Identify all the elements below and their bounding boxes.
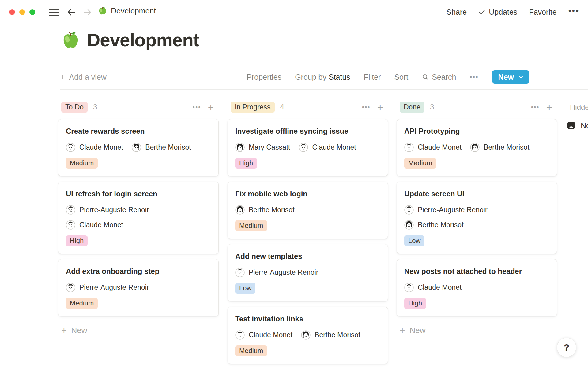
plus-icon: + [400,326,405,335]
back-arrow-icon[interactable] [66,7,77,17]
updates-button[interactable]: Updates [478,8,517,17]
priority-badge: High [235,158,257,169]
card[interactable]: Investigate offline syncing issue Mary C… [228,119,388,176]
plus-icon: + [60,72,66,82]
assignee-name: Claude Monet [312,143,356,151]
inbox-icon [566,120,576,131]
add-card-button[interactable]: + New [397,326,557,335]
avatar-berthe-morisot [404,220,414,230]
card-title: Add new templates [235,251,380,262]
avatar-claude-monet [299,143,308,152]
hidden-group-label: No Status [581,121,588,130]
add-view-button[interactable]: + Add a view [60,72,107,82]
toolbar-divider [60,89,588,90]
column-count: 3 [430,103,434,111]
card[interactable]: API Prototyping Claude Monet Berthe Mori… [397,119,557,176]
assignee: Berthe Morisot [132,143,191,152]
card-title: API Prototyping [404,126,549,136]
zoom-window-button[interactable] [29,9,35,15]
card[interactable]: Fix mobile web login Berthe Morisot Medi… [228,182,388,239]
assignee-name: Claude Monet [79,143,123,151]
assignee-name: Claude Monet [418,283,462,292]
properties-button[interactable]: Properties [247,73,281,82]
menu-icon[interactable] [49,9,59,16]
avatar-claude-monet [66,220,75,230]
sort-button[interactable]: Sort [394,73,408,82]
assignee: Berthe Morisot [301,330,360,340]
more-options-icon[interactable]: ••• [568,7,579,17]
column-more-icon[interactable]: ••• [193,103,201,111]
green-apple-icon [98,6,107,15]
window-titlebar: Development Share Updates Favorite ••• [0,0,588,24]
column-add-icon[interactable]: + [208,102,214,112]
column-more-icon[interactable]: ••• [531,103,540,111]
priority-badge: Low [404,235,424,246]
avatar-claude-monet [404,283,414,292]
favorite-button[interactable]: Favorite [529,8,556,17]
add-view-label: Add a view [69,73,107,82]
hidden-group-no-status[interactable]: No Status [566,120,588,131]
assignee: Claude Monet [299,143,356,152]
avatar-berthe-morisot [132,143,141,152]
card[interactable]: Create rewards screen Claude Monet Berth… [58,119,219,176]
priority-badge: Medium [235,345,267,356]
help-button[interactable]: ? [557,338,576,357]
column-status-pill: In Progress [231,102,275,113]
breadcrumb[interactable]: Development [98,6,156,15]
assignee: Claude Monet [235,330,292,340]
assignee-name: Pierre-Auguste Renoir [418,206,488,214]
assignee: Berthe Morisot [470,143,530,152]
assignee: Pierre-Auguste Renoir [235,268,318,277]
assignee: Berthe Morisot [404,220,464,230]
card-title: Fix mobile web login [235,189,380,199]
assignee-name: Mary Cassatt [249,143,290,151]
hidden-columns-toggle[interactable]: Hidden [570,103,588,112]
assignee-name: Berthe Morisot [315,331,360,339]
assignee-name: Pierre-Auguste Renoir [249,268,318,277]
share-button[interactable]: Share [447,8,467,17]
plus-icon: + [61,326,67,335]
avatar-berthe-morisot [470,143,480,152]
new-button[interactable]: New [492,70,529,84]
breadcrumb-title: Development [111,6,156,15]
avatar-pierre-auguste-renoir [66,205,75,215]
card-title: Investigate offline syncing issue [235,126,380,136]
assignee-name: Pierre-Auguste Renoir [79,206,149,214]
priority-badge: Medium [66,158,98,169]
card[interactable]: New posts not attached to header Claude … [397,259,557,316]
assignee: Claude Monet [404,143,462,152]
priority-badge: Low [235,283,255,294]
minimize-window-button[interactable] [19,9,25,15]
column-todo: To Do 3 ••• + Create rewards screen Clau… [58,101,219,335]
add-card-label: New [410,326,426,335]
card[interactable]: Test invitation links Claude Monet Berth… [228,307,388,364]
search-label: Search [432,73,456,82]
chevron-down-icon[interactable] [518,74,524,80]
group-by-button[interactable]: Group by Status [295,73,350,82]
toolbar-more-icon[interactable]: ••• [469,73,478,81]
card-title: Create rewards screen [66,126,211,136]
page-icon-green-apple[interactable] [61,31,80,50]
column-add-icon[interactable]: + [377,102,383,112]
assignee: Pierre-Auguste Renoir [404,205,488,215]
assignee-name: Claude Monet [79,221,123,229]
priority-badge: Medium [404,158,436,169]
column-add-icon[interactable]: + [546,102,552,112]
close-window-button[interactable] [9,9,15,15]
column-status-pill: Done [400,102,424,113]
filter-button[interactable]: Filter [364,73,381,82]
forward-arrow-icon[interactable] [82,7,92,17]
add-card-button[interactable]: + New [58,326,219,335]
avatar-pierre-auguste-renoir [404,205,414,215]
priority-badge: High [404,298,426,309]
card[interactable]: UI refresh for login screen Pierre-Augus… [58,182,219,254]
card[interactable]: Add extra onboarding step Pierre-Auguste… [58,259,219,316]
assignee-name: Berthe Morisot [418,221,464,229]
avatar-claude-monet [235,330,245,340]
column-status-pill: To Do [61,102,88,113]
avatar-pierre-auguste-renoir [66,283,75,292]
card[interactable]: Update screen UI Pierre-Auguste Renoir B… [397,182,557,254]
column-more-icon[interactable]: ••• [362,103,371,111]
search-button[interactable]: Search [422,73,456,82]
card[interactable]: Add new templates Pierre-Auguste Renoir … [228,244,388,301]
